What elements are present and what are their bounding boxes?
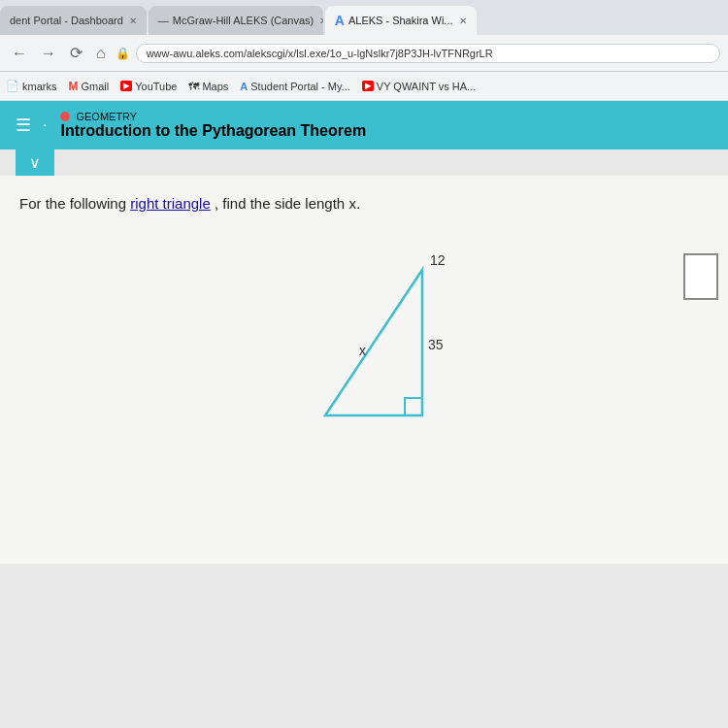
gmail-icon: M bbox=[68, 80, 78, 93]
question-area: For the following right triangle , find … bbox=[0, 176, 728, 564]
question-part1: For the following bbox=[19, 195, 126, 212]
back-button[interactable]: ← bbox=[8, 43, 31, 64]
address-bar[interactable]: www-awu.aleks.com/alekscgi/x/lsl.exe/1o_… bbox=[136, 44, 720, 63]
bookmark-icon: 📄 bbox=[6, 80, 19, 92]
bookmark-label: Maps bbox=[202, 81, 228, 92]
browser-chrome: dent Portal - Dashboard ✕ — McGraw-Hill … bbox=[0, 0, 728, 101]
tab-label: McGraw-Hill ALEKS (Canvas) bbox=[173, 15, 314, 26]
maps-icon: 🗺 bbox=[188, 81, 199, 92]
bookmark-label: YouTube bbox=[135, 81, 177, 92]
bookmarks-bar: 📄 kmarks M Gmail ▶ YouTube 🗺 Maps A Stud… bbox=[0, 72, 728, 101]
nav-bar: ← → ⟳ ⌂ 🔒 www-awu.aleks.com/alekscgi/x/l… bbox=[0, 35, 728, 72]
tab-close-mcgraw[interactable]: ✕ bbox=[319, 16, 323, 26]
question-part2: , find the side length x. bbox=[215, 195, 360, 212]
student-portal-icon: A bbox=[240, 81, 248, 92]
question-text: For the following right triangle , find … bbox=[19, 195, 709, 212]
youtube-icon: ▶ bbox=[120, 81, 132, 91]
forward-button[interactable]: → bbox=[37, 43, 60, 64]
hamburger-menu[interactable]: ☰ bbox=[16, 115, 31, 136]
tab-bar: dent Portal - Dashboard ✕ — McGraw-Hill … bbox=[0, 0, 728, 35]
aleks-subject: GEOMETRY bbox=[60, 111, 366, 122]
right-triangle-link[interactable]: right triangle bbox=[130, 195, 211, 212]
tab-aleks[interactable]: A ALEKS - Shakira Wi... ✕ bbox=[325, 6, 477, 35]
bookmark-maps[interactable]: 🗺 Maps bbox=[188, 81, 228, 92]
bookmark-youtube[interactable]: ▶ YouTube bbox=[120, 81, 177, 92]
aleks-header-info: GEOMETRY Introduction to the Pythagorean… bbox=[60, 111, 366, 140]
bookmark-gmail[interactable]: M Gmail bbox=[68, 80, 109, 93]
dot-separator: · bbox=[43, 116, 47, 134]
aleks-header: ☰ · GEOMETRY Introduction to the Pythago… bbox=[0, 101, 728, 149]
svg-marker-0 bbox=[325, 270, 422, 415]
side-hyp-label: x bbox=[359, 343, 366, 358]
tab-mcgraw[interactable]: — McGraw-Hill ALEKS (Canvas) ✕ bbox=[149, 6, 323, 35]
reload-button[interactable]: ⟳ bbox=[66, 42, 86, 64]
triangle-svg: 12 35 x bbox=[238, 241, 490, 454]
bookmark-label: VY QWAINT vs HA... bbox=[377, 81, 476, 92]
bookmark-vy-qwaint[interactable]: ▶ VY QWAINT vs HA... bbox=[362, 81, 476, 92]
aleks-title: Introduction to the Pythagorean Theorem bbox=[60, 122, 366, 140]
subject-dot bbox=[60, 112, 70, 121]
side-right-label: 35 bbox=[428, 337, 444, 352]
lock-icon: 🔒 bbox=[116, 47, 130, 60]
svg-rect-1 bbox=[405, 398, 422, 415]
side-top-label: 12 bbox=[430, 252, 446, 268]
bookmark-label: kmarks bbox=[22, 81, 56, 92]
bookmark-marks[interactable]: 📄 kmarks bbox=[6, 80, 56, 92]
tab-label: ALEKS - Shakira Wi... bbox=[348, 15, 453, 26]
bookmark-student-portal[interactable]: A Student Portal - My... bbox=[240, 81, 349, 92]
triangle-container: 12 35 x bbox=[19, 241, 709, 454]
tab-dashboard[interactable]: dent Portal - Dashboard ✕ bbox=[0, 6, 147, 35]
answer-box[interactable] bbox=[683, 253, 718, 300]
home-button[interactable]: ⌂ bbox=[92, 43, 110, 64]
tab-close-aleks[interactable]: ✕ bbox=[459, 16, 467, 26]
content-area: ☰ · GEOMETRY Introduction to the Pythago… bbox=[0, 101, 728, 728]
tab-label: dent Portal - Dashboard bbox=[10, 15, 123, 26]
expand-button[interactable]: ∨ bbox=[16, 149, 54, 176]
bookmark-label: Gmail bbox=[81, 81, 109, 92]
bookmark-label: Student Portal - My... bbox=[250, 81, 350, 92]
subject-label: GEOMETRY bbox=[76, 111, 137, 122]
tab-close-dashboard[interactable]: ✕ bbox=[129, 16, 137, 26]
youtube2-icon: ▶ bbox=[362, 81, 374, 91]
expand-button-container: ∨ bbox=[0, 149, 728, 176]
